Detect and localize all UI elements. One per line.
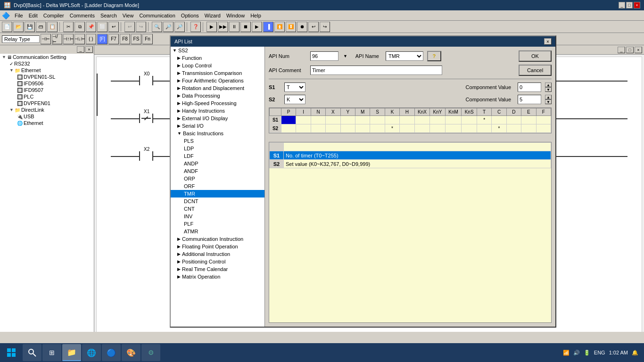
api-name-select[interactable]: TMR (386, 51, 423, 61)
tb-compile5[interactable]: ▶ (252, 22, 262, 32)
maximize-btn[interactable]: □ (626, 2, 633, 8)
tb-compile2[interactable]: ▶▶ (218, 22, 228, 32)
tb-compile4[interactable]: ⏹ (240, 22, 251, 32)
tb-cut[interactable]: ✂ (63, 22, 74, 32)
comp-input-s2[interactable] (518, 95, 541, 104)
menu-wizard[interactable]: Wizard (202, 12, 223, 19)
menu-communication[interactable]: Communication (136, 12, 178, 19)
tb-relay5[interactable]: ( ) (86, 34, 96, 44)
tb-f7[interactable]: F7 (108, 34, 119, 44)
comp-input-s1[interactable] (518, 82, 541, 92)
tb-save2[interactable]: 🗃 (36, 22, 46, 32)
tb-step[interactable]: ↩ (308, 22, 319, 32)
tb-undo[interactable]: ↩ (108, 22, 119, 32)
tb-help[interactable]: ❓ (190, 22, 201, 32)
tree-pls[interactable]: PLS (171, 137, 264, 145)
menu-compiler[interactable]: Compiler (41, 12, 67, 19)
tree-dcnt[interactable]: DCNT (171, 197, 264, 205)
tree-high-speed[interactable]: ▶ High-Speed Processing (171, 99, 264, 107)
tb-relay1[interactable]: ⊣⊢ (41, 34, 51, 44)
tree-data-proc[interactable]: ▶ Data Processing (171, 92, 264, 99)
tree-external[interactable]: ▶ External I/O Display (171, 115, 264, 122)
close-btn[interactable]: × (634, 2, 640, 8)
diagram-close[interactable]: × (635, 47, 642, 53)
tb-relay3[interactable]: ⊣↑⊢ (63, 34, 74, 44)
tree-plf[interactable]: PLF (171, 220, 264, 228)
ok-button[interactable]: OK (519, 50, 552, 62)
spin-down-s2[interactable]: ▼ (545, 99, 552, 104)
s2-select[interactable]: K (284, 95, 305, 104)
api-num-dropdown[interactable]: ▼ (343, 54, 347, 58)
tree-orp[interactable]: ORP (171, 175, 264, 182)
tb-step2[interactable]: ↪ (320, 22, 330, 32)
tb-zoom-in[interactable]: 🔎 (163, 22, 173, 32)
tree-handy[interactable]: ▶ Handy Instructions (171, 107, 264, 115)
tb-relay4[interactable]: ⊣↓⊢ (74, 34, 85, 44)
api-num-input[interactable] (310, 51, 339, 61)
tree-rs232[interactable]: ✓ RS232 (0, 60, 94, 67)
tree-comm-instr[interactable]: ▶ Communication Instruction (171, 235, 264, 243)
menu-options[interactable]: Options (178, 12, 202, 19)
menu-view[interactable]: View (120, 12, 137, 19)
diagram-maximize[interactable]: □ (626, 47, 634, 53)
tree-ethernet2[interactable]: 🌐 Ethernet (0, 120, 94, 126)
tb-btn6[interactable]: ▐ (263, 22, 273, 32)
tb-eraser[interactable]: ⬜ (97, 22, 107, 32)
tb-new[interactable]: 📄 (2, 22, 12, 32)
taskbar-notification[interactable]: 🔔 (632, 350, 638, 356)
spin-up-s2[interactable]: ▲ (545, 95, 552, 99)
tree-comm-setting[interactable]: ▼ 🖥 Communication Setting (0, 54, 94, 60)
start-button[interactable] (2, 344, 21, 361)
menu-help[interactable]: Help (248, 12, 264, 19)
menu-comments[interactable]: Comments (67, 12, 98, 19)
tb-zoom-out[interactable]: 🔎 (174, 22, 185, 32)
dialog-close-btn[interactable]: × (544, 38, 552, 45)
tb-f8[interactable]: F8 (120, 34, 130, 44)
tree-usb[interactable]: 🔌 USB (0, 113, 94, 120)
tb-fn[interactable]: Fn (142, 34, 153, 44)
tree-rtc[interactable]: ▶ Real Time Calendar (171, 265, 264, 273)
tb-btn7[interactable]: ⏫ (274, 22, 285, 32)
tb-redo[interactable]: ↪ (136, 22, 146, 32)
tree-atmr[interactable]: ATMR (171, 228, 264, 235)
tree-minimize[interactable]: _ (77, 46, 84, 53)
tb-undo2[interactable]: ↩ (124, 22, 135, 32)
menu-window[interactable]: Window (223, 12, 248, 19)
taskbar-wplsoft[interactable]: ⚙ (141, 344, 160, 361)
tree-dvpen01[interactable]: 🔲 DVPEN01-SL (0, 74, 94, 80)
tb-btn8[interactable]: ⏬ (286, 22, 296, 32)
tree-close[interactable]: × (85, 46, 93, 53)
taskbar-app5[interactable]: 🎨 (122, 344, 140, 361)
taskbar-search[interactable] (23, 344, 41, 361)
tb-paste[interactable]: 📌 (86, 22, 96, 32)
api-comment-input[interactable] (310, 66, 442, 75)
tb-search[interactable]: 🔍 (152, 22, 162, 32)
spin-up-s1[interactable]: ▲ (545, 82, 552, 87)
taskbar-chrome[interactable]: 🔵 (102, 344, 121, 361)
tree-loop-ctrl[interactable]: ▶ Loop Control (171, 62, 264, 69)
tree-ethernet[interactable]: ▼ 📁 Ethernet (0, 67, 94, 74)
tree-directlink[interactable]: ▼ 📁 DirectLink (0, 107, 94, 113)
tree-matrix[interactable]: ▶ Matrix Operation (171, 273, 264, 280)
cancel-button[interactable]: Cancel (519, 65, 552, 76)
tree-rotation[interactable]: ▶ Rotation and Displacement (171, 84, 264, 92)
spin-down-s1[interactable]: ▼ (545, 87, 552, 92)
tb-stop[interactable]: ⏺ (297, 22, 307, 32)
tree-andf[interactable]: ANDF (171, 167, 264, 175)
tb-relay6[interactable]: [F] (97, 34, 107, 44)
taskbar-edge[interactable]: 🌐 (82, 344, 101, 361)
tree-cnt[interactable]: CNT (171, 205, 264, 213)
tree-root-ss2[interactable]: ▼ SS2 (171, 47, 264, 54)
tb-btn5[interactable]: 📋 (47, 22, 58, 32)
tree-ldf[interactable]: LDF (171, 152, 264, 160)
tb-copy[interactable]: ⧉ (74, 22, 85, 32)
tree-dvpfen01[interactable]: 🔲 DVPFEN01 (0, 100, 94, 107)
tree-ifd9506[interactable]: 🔲 IFD9506 (0, 80, 94, 87)
tree-positioning[interactable]: ▶ Positioning Control (171, 258, 264, 265)
tree-function[interactable]: ▶ Function (171, 54, 264, 62)
tree-inv[interactable]: INV (171, 213, 264, 220)
menu-edit[interactable]: Edit (26, 12, 41, 19)
diagram-minimize[interactable]: _ (618, 47, 625, 53)
tb-relay2[interactable]: ⊣/⊢ (52, 34, 62, 44)
tree-ifd9507[interactable]: 🔲 IFD9507 (0, 87, 94, 93)
